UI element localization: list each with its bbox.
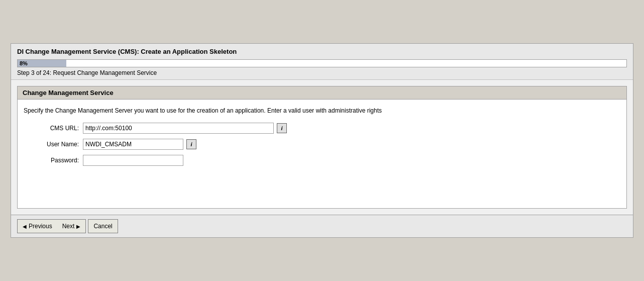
progress-bar-container: 8% (17, 59, 627, 67)
next-label: Next (62, 223, 75, 230)
cms-url-input[interactable] (83, 123, 274, 134)
section-content: Specify the Change Management Server you… (18, 100, 626, 209)
description-text: Specify the Change Management Server you… (24, 107, 620, 115)
wizard-container: DI Change Management Service (CMS): Crea… (11, 43, 633, 238)
section-header: Change Management Service (18, 86, 626, 100)
password-input[interactable] (83, 155, 183, 166)
previous-button[interactable]: ◀ Previous (17, 219, 57, 233)
cms-url-label: CMS URL: (34, 125, 79, 132)
next-button[interactable]: Next ▶ (57, 219, 86, 233)
next-arrow-icon: ▶ (76, 224, 80, 229)
username-row: User Name: i (34, 139, 620, 150)
cancel-label: Cancel (93, 223, 112, 230)
wizard-body: Change Management Service Specify the Ch… (11, 80, 633, 215)
cms-url-info-icon[interactable]: i (277, 123, 287, 133)
previous-label: Previous (29, 223, 52, 230)
password-label: Password: (34, 157, 79, 164)
password-row: Password: (34, 155, 620, 166)
username-input[interactable] (83, 139, 183, 150)
username-label: User Name: (34, 141, 79, 148)
step-label: Step 3 of 24: Request Change Management … (17, 69, 627, 76)
progress-text: 8% (20, 60, 28, 66)
previous-arrow-icon: ◀ (23, 224, 27, 229)
progress-bar-fill: 8% (18, 60, 66, 67)
wizard-title: DI Change Management Service (CMS): Crea… (17, 48, 627, 55)
cancel-button[interactable]: Cancel (88, 219, 118, 233)
wizard-footer: ◀ Previous Next ▶ Cancel (11, 215, 633, 237)
wizard-header: DI Change Management Service (CMS): Crea… (11, 44, 633, 80)
form-table: CMS URL: i User Name: i Password: (34, 123, 620, 166)
username-info-icon[interactable]: i (186, 139, 196, 149)
cms-url-row: CMS URL: i (34, 123, 620, 134)
spacer (24, 171, 620, 201)
section-box: Change Management Service Specify the Ch… (17, 86, 627, 209)
